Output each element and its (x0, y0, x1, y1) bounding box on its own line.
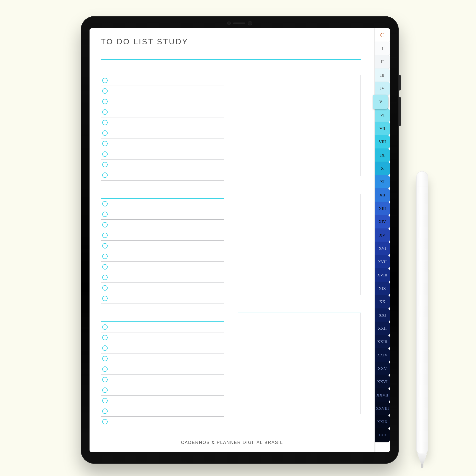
tab-section-X[interactable]: X (375, 162, 390, 176)
note-body[interactable] (238, 313, 361, 414)
tab-section-XIX[interactable]: XIX (375, 282, 390, 296)
checklist-row[interactable] (101, 354, 224, 364)
tab-section-XXI[interactable]: XXI (375, 308, 390, 323)
checklist-row[interactable] (101, 75, 224, 86)
checklist-row[interactable] (101, 406, 224, 417)
checklist-row[interactable] (101, 251, 224, 262)
tab-section-II[interactable]: II (375, 55, 390, 69)
checklist-row[interactable] (101, 86, 224, 96)
checkbox-icon[interactable] (102, 419, 108, 425)
checklist-row[interactable] (101, 374, 224, 385)
checkbox-icon[interactable] (102, 141, 108, 146)
note-header[interactable] (238, 307, 361, 313)
checklist-row[interactable] (101, 209, 224, 220)
checkbox-icon[interactable] (102, 356, 108, 361)
tab-section-XII[interactable]: XII (375, 188, 390, 202)
volume-buttons[interactable] (399, 97, 401, 126)
tab-section-VI[interactable]: VI (375, 108, 390, 122)
checkbox-icon[interactable] (102, 296, 108, 301)
checkbox-icon[interactable] (102, 172, 108, 178)
power-button[interactable] (399, 75, 401, 90)
checklist-row[interactable] (101, 96, 224, 107)
tab-section-XXVI[interactable]: XXVI (375, 375, 390, 389)
checklist-row[interactable] (101, 170, 224, 181)
tab-section-XIV[interactable]: XIV (375, 215, 390, 229)
tab-section-V[interactable]: V (373, 95, 389, 109)
checklist-row[interactable] (101, 262, 224, 272)
checklist-row[interactable] (101, 149, 224, 159)
checklist-row[interactable] (101, 128, 224, 138)
checkbox-icon[interactable] (102, 345, 108, 351)
checkbox-icon[interactable] (102, 130, 108, 136)
checkbox-icon[interactable] (102, 120, 108, 125)
checklist-row[interactable] (101, 322, 224, 332)
checkbox-icon[interactable] (102, 222, 108, 227)
tab-section-XXIV[interactable]: XXIV (375, 348, 390, 362)
checklist-row[interactable] (101, 332, 224, 343)
checkbox-icon[interactable] (102, 324, 108, 330)
checklist-row[interactable] (101, 241, 224, 251)
tab-section-VII[interactable]: VII (375, 122, 390, 136)
checkbox-icon[interactable] (102, 212, 108, 217)
checkbox-icon[interactable] (102, 201, 108, 206)
note-header[interactable] (238, 69, 361, 75)
checklist-header[interactable] (101, 316, 224, 322)
note-body[interactable] (238, 75, 361, 176)
checkbox-icon[interactable] (102, 408, 108, 414)
stylus[interactable] (416, 171, 428, 455)
note-header[interactable] (238, 188, 361, 194)
checklist-row[interactable] (101, 272, 224, 283)
checklist-row[interactable] (101, 138, 224, 149)
tab-section-XXX[interactable]: XXX (375, 428, 390, 442)
tab-section-XXII[interactable]: XXII (375, 322, 390, 336)
checklist-row[interactable] (101, 385, 224, 395)
tab-section-XXVIII[interactable]: XXVIII (375, 402, 390, 416)
checkbox-icon[interactable] (102, 78, 108, 83)
tab-section-IV[interactable]: IV (375, 82, 390, 96)
checkbox-icon[interactable] (102, 335, 108, 340)
checkbox-icon[interactable] (102, 152, 108, 157)
checkbox-icon[interactable] (102, 264, 108, 270)
tab-section-VIII[interactable]: VIII (375, 135, 390, 149)
checkbox-icon[interactable] (102, 398, 108, 403)
checklist-header[interactable] (101, 69, 224, 75)
checklist-header[interactable] (101, 193, 224, 199)
checkbox-icon[interactable] (102, 233, 108, 238)
tab-section-XXIII[interactable]: XXIII (375, 335, 390, 349)
checklist-row[interactable] (101, 230, 224, 241)
planner-page[interactable]: TO DO LIST STUDY CADERNOS & PLANNER DIGI… (89, 28, 375, 452)
tab-section-XXIX[interactable]: XXIX (375, 415, 390, 429)
checklist-row[interactable] (101, 417, 224, 427)
checkbox-icon[interactable] (102, 388, 108, 393)
checkbox-icon[interactable] (102, 109, 108, 115)
checklist-row[interactable] (101, 395, 224, 406)
checklist-row[interactable] (101, 118, 224, 128)
checklist-row[interactable] (101, 199, 224, 209)
checkbox-icon[interactable] (102, 254, 108, 259)
tab-section-XV[interactable]: XV (375, 228, 390, 242)
checklist-row[interactable] (101, 293, 224, 304)
tab-section-XIII[interactable]: XIII (375, 202, 390, 216)
checkbox-icon[interactable] (102, 285, 108, 290)
tab-section-I[interactable]: I (375, 42, 390, 56)
tab-section-XVII[interactable]: XVII (375, 255, 390, 269)
date-line[interactable] (263, 48, 361, 48)
tab-section-XXV[interactable]: XXV (375, 362, 390, 376)
checklist-row[interactable] (101, 364, 224, 374)
checkbox-icon[interactable] (102, 243, 108, 249)
tab-home[interactable]: C (375, 28, 390, 42)
tab-section-IX[interactable]: IX (375, 149, 390, 162)
checkbox-icon[interactable] (102, 162, 108, 167)
checklist-row[interactable] (101, 343, 224, 354)
checklist-row[interactable] (101, 283, 224, 293)
note-body[interactable] (238, 194, 361, 295)
tab-section-XX[interactable]: XX (375, 295, 390, 309)
tab-section-III[interactable]: III (375, 68, 390, 83)
checkbox-icon[interactable] (102, 377, 108, 382)
checkbox-icon[interactable] (102, 88, 108, 94)
checkbox-icon[interactable] (102, 275, 108, 280)
checklist-row[interactable] (101, 220, 224, 230)
tab-section-XI[interactable]: XI (375, 175, 390, 189)
checkbox-icon[interactable] (102, 99, 108, 104)
tab-section-XVIII[interactable]: XVIII (375, 268, 390, 282)
